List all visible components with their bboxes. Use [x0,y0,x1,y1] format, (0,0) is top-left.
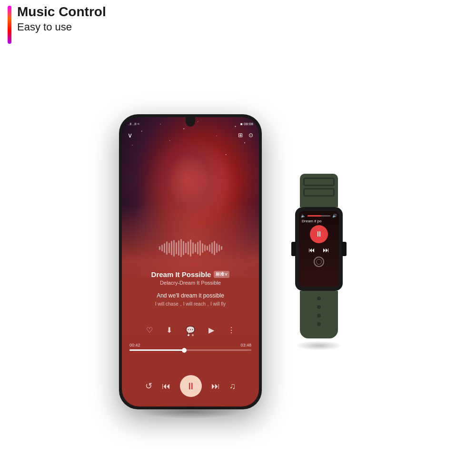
band-shadow [295,341,343,350]
menu-icon[interactable]: ⊞ [238,132,243,139]
status-right: ■ 08:08 [240,122,253,126]
progress-bar[interactable] [129,349,251,351]
progress-total: 03:48 [240,343,251,347]
phone-screen: ..ll ..ll ≈ ■ 08:08 ∨ ⊞ ⊙ [122,117,259,407]
prev-button[interactable]: ⏮ [162,381,170,391]
playback-controls: ↺ ⏮ ⏸ ⏭ ♫ [122,375,259,397]
header-title: Music Control [17,4,106,20]
progress-fill [129,349,184,351]
music-overlay [122,117,259,407]
band-body: 🔈 🔊 Dream it po ⏸ ⏮ [295,207,343,291]
progress-current: 00:42 [129,343,140,347]
video-icon[interactable]: ▶ [208,326,214,335]
download-icon[interactable]: ⬇ [166,326,172,335]
band-volume-fill [307,215,321,217]
song-artist: Delacry-Dream It Possible [131,280,249,286]
band-prev-button[interactable]: ⏮ [308,246,315,254]
phone-top-controls: ∨ ⊞ ⊙ [128,131,253,139]
phone-notch [186,117,195,127]
band-button-left[interactable] [291,242,296,256]
song-info: Dream It Possible 标准∨ Delacry-Dream It P… [122,270,259,307]
back-icon[interactable]: ∨ [128,131,132,139]
playlist-button[interactable]: ♫ [229,381,236,391]
main-content: ..ll ..ll ≈ ■ 08:08 ∨ ⊞ ⊙ [0,48,476,476]
band-hole-1 [317,297,321,300]
band-screen-content: 🔈 🔊 Dream it po ⏸ ⏮ [299,211,339,287]
cast-icon[interactable]: ⊙ [248,132,253,139]
like-icon[interactable]: ♡ [146,326,153,335]
next-button[interactable]: ⏭ [211,381,220,391]
band-screen: 🔈 🔊 Dream it po ⏸ ⏮ [299,211,339,287]
status-left: ..ll ..ll ≈ [128,122,139,126]
band-container: 🔈 🔊 Dream it po ⏸ ⏮ [281,174,357,350]
volume-min-icon[interactable]: 🔈 [301,214,306,218]
phone-container: ..ll ..ll ≈ ■ 08:08 ∨ ⊞ ⊙ [119,114,262,409]
band-hole-2 [317,305,321,309]
play-pause-button[interactable]: ⏸ [180,375,202,397]
comment-icon[interactable]: 💬 [186,326,195,335]
band-strap-bottom [300,291,338,338]
song-title-phone: Dream It Possible 标准∨ [131,270,249,278]
header-text: Music Control Easy to use [17,4,106,34]
band-home-button[interactable] [314,257,324,267]
header-subtitle: Easy to use [17,20,106,35]
band-strap-top [300,174,338,207]
band-volume-row: 🔈 🔊 [301,214,337,218]
song-lyrics-sub: I will chase，I will reach，I will fly [131,301,249,307]
more-icon[interactable]: ⋮ [228,326,235,335]
dot-active [188,334,189,336]
color-bar-icon [8,6,11,44]
action-row: ♡ ⬇ 💬 ▶ ⋮ [122,326,259,335]
header: Music Control Easy to use [0,0,476,48]
band-hole-3 [317,314,321,317]
band-home-ring [316,259,322,265]
progress-section: 00:42 03:48 [122,343,259,351]
band-song-title: Dream it po [301,219,337,223]
band-volume-bar[interactable] [307,215,330,217]
band-button-right[interactable] [342,242,347,256]
waveform [122,238,259,258]
band-hole-4 [317,322,321,326]
dot-1 [192,334,194,336]
repeat-button[interactable]: ↺ [145,381,152,391]
phone-body: ..ll ..ll ≈ ■ 08:08 ∨ ⊞ ⊙ [119,114,262,409]
progress-thumb [182,348,187,353]
band-play-button[interactable]: ⏸ [310,225,328,243]
band-next-button[interactable]: ⏭ [323,246,329,254]
song-badge: 标准∨ [214,271,229,278]
phone-shadow [138,405,243,419]
song-lyrics-main: And we'll dream it possible [131,292,249,299]
volume-max-icon[interactable]: 🔊 [332,214,337,218]
band-prev-next: ⏮ ⏭ [308,246,329,254]
